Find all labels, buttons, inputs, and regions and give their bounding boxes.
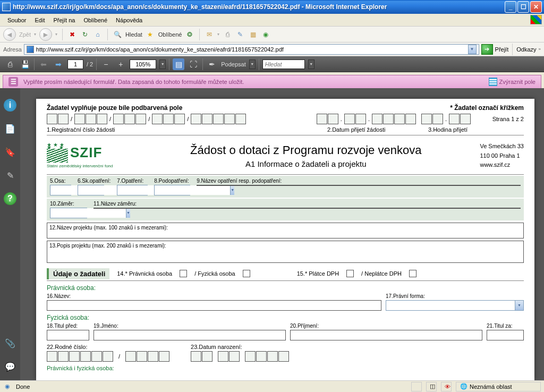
- label-f3: 3.Hodina přijetí: [428, 126, 524, 133]
- chk-neplatce[interactable]: [409, 270, 416, 277]
- sb-attach-icon[interactable]: 📎: [4, 337, 16, 350]
- field-prijmeni[interactable]: [290, 330, 482, 340]
- back-button[interactable]: ◄: [3, 28, 16, 41]
- field-nazev-op[interactable]: [197, 185, 521, 186]
- sb-info-icon[interactable]: i: [4, 99, 16, 112]
- pdf-sign-label[interactable]: Podepsat: [221, 61, 245, 67]
- pdf-page-input[interactable]: [67, 59, 83, 69]
- search-icon[interactable]: 🔍: [113, 30, 122, 39]
- form-instruction: Žadatel vyplňuje pouze bíle podbarvená p…: [47, 104, 182, 112]
- field-titul-za[interactable]: [487, 330, 524, 340]
- status-done: Done: [16, 384, 407, 390]
- sb-bookmarks-icon[interactable]: 🔖: [4, 146, 16, 158]
- menu-bar: Soubor Edit Přejít na Oblíbené Nápověda: [0, 14, 544, 27]
- go-button[interactable]: ➔: [481, 44, 493, 55]
- status-done-icon: ◉: [3, 382, 12, 391]
- dropdown-icon[interactable]: ▼: [515, 301, 523, 310]
- field-zamer[interactable]: [50, 208, 126, 218]
- forward-button[interactable]: ►: [39, 28, 52, 41]
- chk-platce[interactable]: [346, 270, 354, 277]
- messenger-icon[interactable]: ◉: [261, 30, 270, 39]
- menu-goto[interactable]: Přejít na: [49, 15, 79, 25]
- home-icon[interactable]: ⌂: [93, 30, 103, 39]
- pdf-search-dropdown-icon[interactable]: ▼: [308, 59, 314, 69]
- ie-toolbar: ◄ Zpět ▾ ► ▾ ✖ ↻ ⌂ 🔍 Hledat ★ Oblíbené ❂…: [0, 27, 544, 42]
- menu-help[interactable]: Nápověda: [112, 15, 147, 25]
- field-pravni-forma[interactable]: [386, 301, 515, 310]
- pdf-zoomout-icon[interactable]: −: [100, 58, 112, 70]
- sb-edit-icon[interactable]: ✎: [4, 169, 16, 182]
- field-popis-projektu[interactable]: 13.Popis projektu (max. 200 znaků i s me…: [47, 241, 524, 263]
- discuss-icon[interactable]: ▦: [248, 30, 258, 39]
- szif-logo: ★ ★ ★★ ★ SZIF Státní zemědělský interven…: [47, 143, 132, 168]
- go-label[interactable]: Přejít: [495, 46, 509, 53]
- stop-icon[interactable]: ✖: [67, 30, 77, 39]
- pdf-sidebar: i 📄 🔖 ✎ ? 📎 💬: [0, 88, 20, 380]
- section-zadatel: Údaje o žadateli: [47, 268, 109, 279]
- pdf-print-icon[interactable]: ⎙: [4, 58, 16, 70]
- highlight-fields-button[interactable]: Zvýraznit pole: [489, 78, 536, 86]
- minimize-button[interactable]: _: [505, 1, 516, 13]
- maximize-button[interactable]: ☐: [517, 1, 529, 13]
- field-jmeno[interactable]: [94, 330, 286, 340]
- close-button[interactable]: ✕: [530, 1, 542, 13]
- search-label[interactable]: Hledat: [125, 31, 142, 38]
- refresh-icon[interactable]: ↻: [80, 30, 90, 39]
- print-icon[interactable]: ⎙: [223, 30, 232, 39]
- pdf-sign-icon[interactable]: ✒: [206, 58, 218, 70]
- favorites-label[interactable]: Oblíbené: [158, 31, 182, 38]
- form-info-text: Vyplňte prosím následující formulář. Dat…: [23, 79, 483, 85]
- status-bar: ◉ Done ◫ 👁 🌐 Neznámá oblast: [0, 380, 544, 392]
- dropdown-icon[interactable]: ▼: [230, 185, 234, 195]
- mail-icon[interactable]: ✉: [205, 30, 214, 39]
- window-titlebar: http://www.szif.cz/irj/go/km/docs/apa_an…: [0, 0, 544, 14]
- ie-icon: [2, 3, 11, 11]
- pdf-next-icon[interactable]: ➡: [53, 58, 64, 70]
- pdf-sign-dropdown-icon[interactable]: ▼: [249, 59, 256, 69]
- pdf-fitpage-icon[interactable]: ▤: [173, 58, 184, 70]
- field-nazev[interactable]: [47, 300, 381, 311]
- menu-edit[interactable]: Edit: [30, 15, 49, 25]
- field-nazev-projektu[interactable]: 12.Název projektu (max. 100 znaků i s me…: [47, 223, 524, 238]
- label-14b: / Fyzická osoba: [194, 270, 235, 277]
- pdf-zoom-input[interactable]: [130, 59, 156, 69]
- sb-pages-icon[interactable]: 📄: [4, 122, 16, 135]
- favorites-icon[interactable]: ★: [146, 30, 155, 39]
- pdf-fitwidth-icon[interactable]: ⛶: [188, 58, 199, 70]
- edit-icon[interactable]: ✎: [235, 30, 245, 39]
- field-titul-pred[interactable]: [47, 330, 89, 340]
- pdf-prev-icon[interactable]: ⬅: [38, 58, 49, 70]
- field-nazev-zamer[interactable]: [94, 208, 521, 209]
- chk-pravnicka[interactable]: [180, 270, 187, 277]
- label-15: 15.* Plátce DPH: [297, 270, 339, 277]
- sb-help-icon[interactable]: ?: [4, 192, 16, 205]
- history-icon[interactable]: ❂: [185, 30, 194, 39]
- pdf-zoom-dropdown-icon[interactable]: ▼: [159, 59, 166, 69]
- links-label[interactable]: Odkazy: [516, 46, 536, 53]
- pdf-viewport: i 📄 🔖 ✎ ? 📎 💬 Žadatel vyplňuje pouze bíl…: [0, 88, 544, 380]
- address-dropdown-icon[interactable]: ▼: [468, 45, 477, 54]
- status-privacy-icon[interactable]: 👁: [445, 382, 450, 391]
- pdf-save-icon[interactable]: 💾: [19, 58, 31, 70]
- form-info-icon: ☰: [8, 77, 18, 87]
- back-label: Zpět: [19, 31, 31, 38]
- status-popup-icon[interactable]: ◫: [430, 382, 435, 391]
- header-address: Ve Smečkách 33 110 00 Praha 1 www.szif.c…: [480, 142, 524, 170]
- pdf-search-input[interactable]: [262, 59, 305, 69]
- label-14: 14.* Právnická osoba: [117, 270, 172, 277]
- chk-fyzicka[interactable]: [243, 270, 250, 277]
- dropdown-icon[interactable]: ▼: [126, 208, 130, 218]
- menu-file[interactable]: Soubor: [3, 15, 30, 25]
- field-podop[interactable]: [155, 185, 230, 195]
- pdf-zoomin-icon[interactable]: +: [115, 58, 126, 70]
- group-phys: Fyzická osoba:: [47, 314, 524, 321]
- form-page-num: Strana 1 z 2: [492, 116, 524, 122]
- form-title: Žádost o dotaci z Programu rozvoje venko…: [142, 143, 469, 157]
- address-combo[interactable]: http://www.szif.cz/irj/go/km/docs/apa_an…: [24, 44, 479, 55]
- sb-comment-icon[interactable]: 💬: [4, 360, 16, 373]
- label-15b: / Neplátce DPH: [361, 270, 402, 277]
- menu-favorites[interactable]: Oblíbené: [79, 15, 112, 25]
- windows-flag-icon: [530, 15, 542, 24]
- window-title: http://www.szif.cz/irj/go/km/docs/apa_an…: [13, 3, 504, 11]
- status-zone-icon: 🌐: [460, 382, 468, 391]
